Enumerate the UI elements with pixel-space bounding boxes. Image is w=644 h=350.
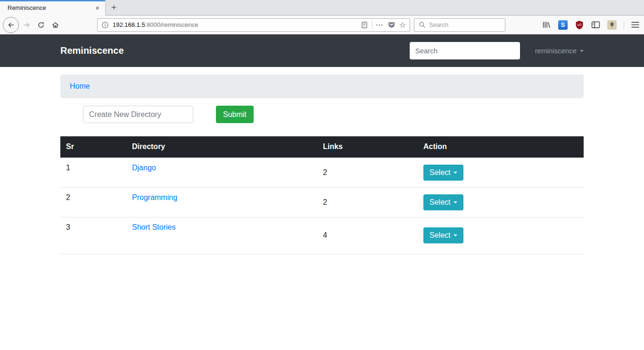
breadcrumb-home-link[interactable]: Home (70, 82, 90, 91)
extension-glyph (609, 22, 615, 28)
url-text[interactable]: 192.168.1.5:8000/reminiscence (113, 21, 198, 28)
url-path: :8000/reminiscence (145, 21, 198, 28)
back-button[interactable] (3, 17, 19, 33)
new-tab-button[interactable]: + (106, 0, 122, 16)
pocket-icon[interactable] (388, 21, 396, 29)
site-search-input[interactable] (410, 42, 520, 59)
account-label: reminiscence (535, 47, 577, 55)
forward-button[interactable] (20, 18, 34, 32)
create-directory-form: Submit (83, 106, 584, 123)
reload-icon (37, 21, 45, 29)
create-directory-input[interactable] (83, 106, 193, 123)
sidebar-toggle-icon[interactable] (591, 21, 600, 29)
breadcrumb: Home (60, 75, 584, 98)
select-dropdown-button[interactable]: Select (423, 165, 463, 181)
browser-chrome: Reminiscence × + 192.168.1.5:8000/remini… (0, 0, 644, 34)
links-cell: 2 (317, 187, 418, 217)
table-row: 2 Programming 2 Select (60, 187, 584, 217)
links-cell: 4 (317, 217, 418, 254)
table-row: 3 Short Stories 4 Select (60, 217, 584, 254)
directory-link[interactable]: Programming (132, 193, 177, 201)
home-button[interactable] (48, 18, 62, 32)
search-icon (419, 21, 426, 28)
active-tab-accent (0, 0, 105, 1)
reload-button[interactable] (34, 18, 48, 32)
browser-toolbar: 192.168.1.5:8000/reminiscence ··· ☆ Sear… (0, 16, 644, 34)
select-label: Select (429, 168, 450, 177)
directories-table: Sr Directory Links Action 1 Django 2 Sel… (60, 136, 584, 254)
select-dropdown-button[interactable]: Select (423, 194, 463, 210)
brand-title[interactable]: Reminiscence (60, 45, 124, 56)
submit-button[interactable]: Submit (216, 106, 254, 123)
table-header: Sr Directory Links Action (60, 136, 584, 158)
forward-icon (23, 21, 31, 29)
header-action: Action (418, 136, 584, 158)
library-icon[interactable] (542, 21, 551, 29)
caret-down-icon (454, 172, 457, 174)
extension-icon[interactable] (607, 20, 617, 30)
sr-cell: 3 (60, 217, 126, 254)
s-extension-icon[interactable]: S (558, 20, 568, 30)
select-label: Select (429, 231, 450, 240)
bookmark-star-icon[interactable]: ☆ (399, 21, 406, 29)
links-cell: 2 (317, 158, 418, 187)
back-icon (7, 21, 15, 29)
tab-bar: Reminiscence × + (0, 0, 644, 16)
header-links: Links (317, 136, 418, 158)
urlbar-separator (372, 21, 372, 29)
browser-tab[interactable]: Reminiscence × (0, 0, 106, 16)
header-directory: Directory (126, 136, 317, 158)
reader-mode-icon[interactable] (361, 21, 368, 29)
home-icon (51, 21, 59, 29)
page-actions-icon[interactable]: ··· (376, 21, 384, 28)
caret-down-icon (454, 234, 457, 236)
toolbar-right-cluster: S uO (542, 20, 641, 30)
url-bar[interactable]: 192.168.1.5:8000/reminiscence ··· ☆ (97, 18, 410, 32)
ublock-icon[interactable]: uO (575, 20, 584, 30)
page-content: Home Submit Sr Directory Links Action 1 … (60, 75, 584, 254)
select-dropdown-button[interactable]: Select (423, 227, 463, 243)
header-sr: Sr (60, 136, 126, 158)
chevron-down-icon (580, 50, 584, 52)
sr-cell: 2 (60, 187, 126, 217)
select-label: Select (429, 198, 450, 207)
directory-link[interactable]: Django (132, 164, 156, 172)
navbar-inner: Reminiscence reminiscence (60, 42, 584, 59)
tab-close-icon[interactable]: × (94, 4, 101, 12)
site-info-icon[interactable] (101, 21, 109, 29)
tab-title: Reminiscence (8, 4, 94, 11)
svg-text:uO: uO (578, 23, 582, 26)
url-host: 192.168.1.5 (113, 21, 145, 28)
table-row: 1 Django 2 Select (60, 158, 584, 187)
browser-search-bar[interactable]: Search (414, 18, 505, 32)
directory-link[interactable]: Short Stories (132, 223, 175, 231)
browser-search-placeholder: Search (429, 21, 448, 28)
sr-cell: 1 (60, 158, 126, 187)
caret-down-icon (454, 201, 457, 203)
menu-icon[interactable] (631, 21, 639, 28)
site-navbar: Reminiscence reminiscence (0, 34, 644, 67)
toolbar-separator (624, 21, 624, 29)
account-dropdown[interactable]: reminiscence (535, 47, 584, 55)
